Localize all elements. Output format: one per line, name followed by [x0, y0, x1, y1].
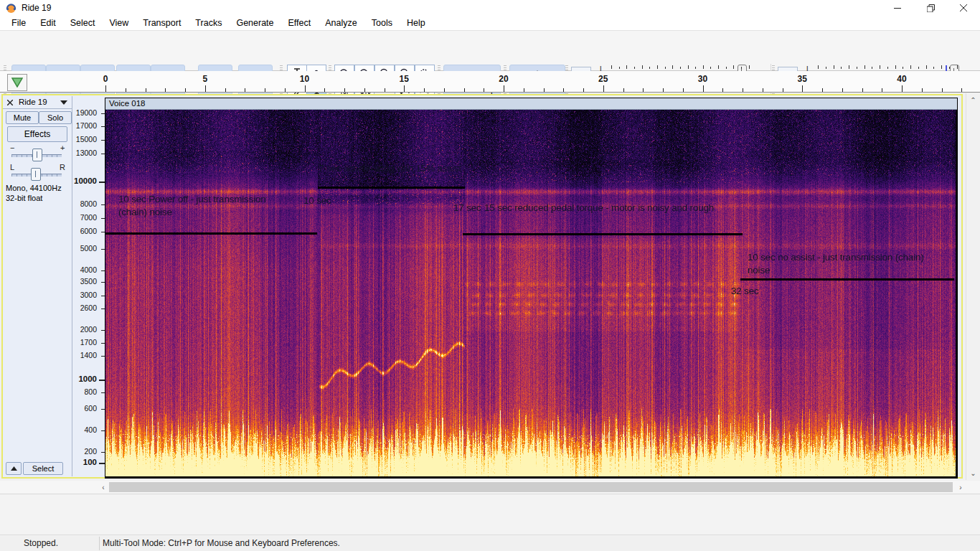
track-menu-caret-icon[interactable]	[60, 100, 67, 105]
track-format-line1: Mono, 44100Hz	[6, 184, 62, 192]
menu-edit[interactable]: Edit	[33, 18, 63, 28]
status-bar: Stopped. Multi-Tool Mode: Ctrl+P for Mou…	[0, 534, 980, 551]
vertical-scrollbar[interactable]: ⌃ ⌄	[966, 93, 980, 480]
timeline-tick	[603, 85, 604, 92]
timeline-tick	[961, 88, 962, 92]
frequency-label: 1000	[72, 375, 97, 383]
status-tool-hint: Multi-Tool Mode: Ctrl+P for Mouse and Ke…	[103, 538, 340, 548]
timeline-label: 20	[499, 74, 508, 84]
timeline-label: 25	[598, 74, 608, 84]
track-close-button[interactable]	[6, 98, 14, 107]
timeline-tick	[484, 88, 484, 92]
frequency-label: 5000	[72, 244, 97, 253]
menu-tracks[interactable]: Tracks	[188, 18, 229, 28]
track-name[interactable]: Ride 19	[19, 98, 47, 106]
horizontal-scrollbar-thumb[interactable]	[109, 482, 953, 492]
play-head-triangle-icon	[11, 77, 23, 88]
menu-generate[interactable]: Generate	[229, 18, 281, 28]
timeline-tick	[205, 85, 206, 92]
meter-tick	[864, 65, 865, 69]
timeline-tick	[862, 88, 863, 92]
track-select-button[interactable]: Select	[23, 462, 63, 475]
clip-header[interactable]: Voice 018	[105, 98, 957, 110]
mute-button[interactable]: Mute	[6, 111, 39, 124]
menu-analyze[interactable]: Analyze	[318, 18, 364, 28]
audacity-logo-icon	[6, 3, 17, 14]
timeline-tick	[922, 88, 923, 92]
timeline-label: 30	[698, 74, 707, 84]
timeline-tick	[703, 85, 704, 92]
frequency-label: 10000	[72, 176, 97, 185]
minimize-icon	[894, 4, 901, 11]
timeline-tick	[822, 88, 823, 92]
close-button[interactable]	[947, 0, 980, 16]
timeline-tick	[623, 88, 624, 92]
spectrogram-annotation: 17 sec	[453, 202, 481, 213]
meter-tick	[611, 65, 612, 69]
frequency-label: 2000	[72, 325, 97, 334]
minimize-button[interactable]	[881, 0, 914, 16]
timeline-label: 5	[202, 74, 207, 84]
collapse-triangle-icon	[11, 466, 17, 471]
frequency-label: 1700	[72, 338, 97, 347]
bottom-toolbar-dock: Snap Seconds ˅ 00 h 00 m 00.00 s Selecti…	[0, 494, 980, 534]
menu-view[interactable]: View	[102, 18, 136, 28]
menu-transport[interactable]: Transport	[136, 18, 188, 28]
timeline-tick	[504, 85, 504, 92]
timeline-tick	[324, 88, 325, 92]
title-bar[interactable]: Ride 19	[0, 0, 980, 16]
scroll-up-icon[interactable]: ⌃	[966, 95, 980, 105]
solo-button[interactable]: Solo	[39, 111, 72, 124]
timeline-tick	[364, 88, 365, 92]
meter-tick-minor	[857, 67, 857, 69]
menu-file[interactable]: File	[4, 18, 33, 28]
pan-left-label: L	[10, 163, 14, 171]
menu-select[interactable]: Select	[63, 18, 103, 28]
spectrogram-annotation: 7 sec accelerating with 15% assist	[319, 163, 461, 174]
gain-min-label: −	[10, 143, 14, 152]
timeline-ruler[interactable]: 0510152025303540	[0, 71, 980, 93]
menu-effect[interactable]: Effect	[281, 18, 319, 28]
meter-tick	[941, 65, 942, 69]
timeline-tick	[385, 88, 385, 92]
timeline-tick	[146, 88, 146, 92]
scroll-down-icon[interactable]: ⌄	[966, 468, 980, 478]
meter-tick	[626, 65, 627, 69]
menu-tools[interactable]: Tools	[364, 18, 400, 28]
frequency-ruler[interactable]: 1900017000150001300010000800070006000500…	[72, 96, 105, 476]
effects-button[interactable]: Effects	[7, 126, 67, 142]
timeline-tick	[802, 85, 803, 92]
meter-tick-minor	[619, 67, 620, 69]
frequency-label: 4000	[72, 265, 97, 274]
frequency-label: 17000	[72, 121, 97, 130]
frequency-label: 15000	[72, 135, 97, 143]
pinned-play-head-button[interactable]	[7, 74, 27, 91]
pan-slider-handle[interactable]	[31, 168, 41, 181]
frequency-label: 600	[72, 404, 97, 413]
audacity-window: Ride 19 FileEditSelectViewTransportTrack…	[0, 0, 980, 551]
spectrogram-annotation: (chain) noise	[118, 207, 172, 217]
track-control-panel: Ride 19 Mute Solo Effects − + L R Mono, …	[3, 96, 72, 476]
menu-help[interactable]: Help	[400, 18, 433, 28]
meter-tick-minor	[903, 67, 903, 69]
meter-tick	[834, 65, 834, 69]
timeline-tick	[344, 88, 345, 92]
scroll-right-icon[interactable]: ›	[956, 481, 966, 494]
track-collapse-button[interactable]	[6, 462, 22, 475]
timeline-tick	[544, 88, 545, 92]
gain-slider-handle[interactable]	[32, 149, 42, 161]
timeline-tick	[404, 85, 405, 92]
meter-tick	[957, 65, 958, 69]
frequency-label: 6000	[72, 227, 97, 235]
meter-tick	[849, 65, 849, 69]
frequency-label: 7000	[72, 213, 97, 222]
restore-button[interactable]	[914, 0, 947, 16]
spectrogram-annotation-line	[463, 233, 743, 235]
timeline-tick	[225, 88, 226, 92]
timeline-tick	[902, 85, 903, 92]
meter-tick-minor	[918, 67, 919, 69]
frequency-label: 3000	[72, 291, 97, 299]
scroll-left-icon[interactable]: ‹	[98, 481, 108, 494]
timeline-tick	[563, 88, 564, 92]
timeline-label: 10	[300, 74, 309, 84]
